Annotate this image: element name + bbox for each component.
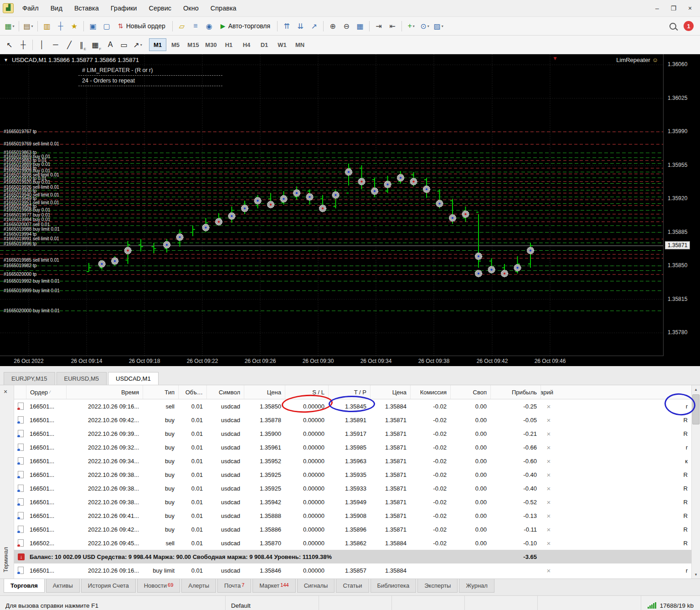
- terminal-tab-история-счета[interactable]: История Счета: [81, 579, 136, 593]
- scrollbar-thumb[interactable]: [692, 394, 700, 424]
- time-axis[interactable]: 26 Oct 202226 Oct 09:1426 Oct 09:1826 Oc…: [0, 356, 664, 366]
- terminal-tab-журнал[interactable]: Журнал: [459, 579, 494, 593]
- report-chart-icon[interactable]: ⇈: [280, 20, 293, 33]
- timeframe-h4[interactable]: H4: [238, 38, 255, 51]
- terminal-tab-эксперты[interactable]: Эксперты: [417, 579, 458, 593]
- price-axis[interactable]: 1.35871 1.360601.360251.359901.359551.35…: [663, 54, 700, 356]
- order-row[interactable]: 166502...2022.10.26 09:45...sell0.01usdc…: [14, 536, 691, 550]
- close-order-icon[interactable]: ×: [540, 567, 557, 574]
- order-row[interactable]: 166501...2022.10.26 09:41...buy0.01usdca…: [14, 509, 691, 522]
- text-label-icon[interactable]: ▭: [117, 38, 131, 52]
- timeframe-m5[interactable]: M5: [167, 38, 184, 51]
- order-row[interactable]: 166501...2022.10.26 09:32...buy0.01usdca…: [14, 440, 691, 454]
- arrows-icon[interactable]: ↗▾: [131, 38, 144, 52]
- column-header-0[interactable]: Ордер∕: [26, 385, 66, 399]
- zoom-out-icon[interactable]: ⊖: [340, 20, 353, 33]
- text-icon[interactable]: A: [103, 38, 117, 52]
- crosshair-icon[interactable]: ┼: [16, 38, 30, 52]
- periods-icon[interactable]: ⊙▾: [418, 20, 432, 33]
- add-indicator-icon[interactable]: +▾: [404, 20, 418, 33]
- close-order-icon[interactable]: ×: [540, 430, 557, 438]
- templates-icon[interactable]: ▨▾: [432, 20, 445, 33]
- column-header-6[interactable]: S / L: [285, 385, 328, 399]
- close-order-icon[interactable]: ×: [540, 526, 557, 533]
- auto-scroll-icon[interactable]: ⇥: [372, 20, 386, 33]
- close-order-icon[interactable]: ×: [540, 416, 557, 424]
- close-order-icon[interactable]: ×: [540, 457, 557, 465]
- restore-button[interactable]: ❐: [665, 2, 682, 15]
- menu-item-2[interactable]: Вставка: [68, 2, 105, 15]
- column-header-3[interactable]: Объ…: [178, 385, 206, 399]
- terminal-tab-статьи[interactable]: Статьи: [336, 579, 369, 593]
- timeframe-w1[interactable]: W1: [273, 38, 291, 51]
- column-header-11[interactable]: Прибыль: [490, 385, 540, 399]
- close-order-icon[interactable]: ×: [540, 512, 557, 520]
- close-order-icon[interactable]: ×: [540, 539, 557, 547]
- menu-item-3[interactable]: Графики: [105, 2, 143, 15]
- eraser-icon[interactable]: ▱: [175, 20, 189, 33]
- column-header-9[interactable]: Комиссия: [410, 385, 450, 399]
- profiles-icon[interactable]: ▤▾: [21, 20, 35, 33]
- timeframe-d1[interactable]: D1: [256, 38, 273, 51]
- pending-order-row[interactable]: 166501...2022.10.26 09:16...buy limit0.0…: [14, 563, 691, 577]
- chart-canvas[interactable]: [0, 54, 664, 356]
- order-row[interactable]: 166501...2022.10.26 09:38...buy0.01usdca…: [14, 481, 691, 495]
- chart-tab-eurjpy-m15[interactable]: EURJPY,M15: [4, 372, 55, 385]
- autotrade-button[interactable]: ▶Авто-торговля: [216, 21, 275, 31]
- order-row[interactable]: 166501...2022.10.26 09:16...sell0.01usdc…: [14, 399, 691, 413]
- close-order-icon[interactable]: ×: [540, 485, 557, 492]
- terminal-close-icon[interactable]: ×: [4, 388, 7, 395]
- terminal-tab-библиотека[interactable]: Библиотека: [371, 579, 417, 593]
- terminal-tab-новости[interactable]: Новости69: [137, 579, 180, 593]
- scroll-to-end-marker[interactable]: ▼: [552, 55, 558, 62]
- balance-chart-icon[interactable]: ⇊: [293, 20, 307, 33]
- close-order-icon[interactable]: ×: [540, 471, 557, 479]
- column-header-8[interactable]: Цена: [370, 385, 410, 399]
- terminal-tab-сигналы[interactable]: Сигналы: [297, 579, 335, 593]
- column-header-7[interactable]: T / P: [328, 385, 370, 399]
- equity-chart-icon[interactable]: ↗: [307, 20, 321, 33]
- web-terminal-icon[interactable]: ◉: [202, 20, 216, 33]
- scroll-down-icon[interactable]: ▾: [692, 570, 700, 579]
- order-row[interactable]: 166501...2022.10.26 09:34...buy0.01usdca…: [14, 454, 691, 468]
- menu-item-4[interactable]: Сервис: [143, 2, 177, 15]
- order-row[interactable]: 166501...2022.10.26 09:39...buy0.01usdca…: [14, 427, 691, 440]
- terminal-tab-почта[interactable]: Почта7: [217, 579, 251, 593]
- chart-dropdown-icon[interactable]: ▼: [4, 57, 8, 62]
- notification-badge[interactable]: 1: [684, 21, 694, 31]
- order-row[interactable]: 166501...2022.10.26 09:42...buy0.01usdca…: [14, 522, 691, 536]
- order-row[interactable]: 166501...2022.10.26 09:38...buy0.01usdca…: [14, 495, 691, 509]
- market-watch-icon[interactable]: ▥: [40, 20, 54, 33]
- vertical-line-icon[interactable]: │: [35, 38, 49, 52]
- chart-shift-icon[interactable]: ⇤: [386, 20, 399, 33]
- terminal-tab-маркет[interactable]: Маркет144: [252, 579, 295, 593]
- scroll-up-icon[interactable]: ▴: [692, 385, 700, 393]
- order-row[interactable]: 166501...2022.10.26 09:42...buy0.01usdca…: [14, 413, 691, 427]
- column-header-2[interactable]: Тип: [143, 385, 178, 399]
- terminal-tab-торговля[interactable]: Торговля: [4, 579, 45, 593]
- terminal-tab-активы[interactable]: Активы: [46, 579, 80, 593]
- close-order-icon[interactable]: ×: [540, 444, 557, 451]
- close-order-icon[interactable]: ×: [540, 403, 557, 410]
- search-icon[interactable]: [669, 23, 676, 30]
- status-profile[interactable]: Default: [226, 596, 319, 610]
- chart-tab-eurusd-m5[interactable]: EURUSD,M5: [57, 372, 107, 385]
- chart-tab-usdcad-m1[interactable]: USDCAD,M1: [108, 372, 159, 385]
- column-header-12[interactable]: Комментарий: [540, 385, 557, 399]
- cursor-icon[interactable]: ↖: [3, 38, 16, 52]
- chart-area[interactable]: ▼ USDCAD,M1 1.35866 1.35877 1.35866 1.35…: [0, 54, 700, 366]
- minimize-button[interactable]: –: [649, 2, 665, 15]
- close-button[interactable]: ×: [682, 2, 698, 15]
- equidistant-channel-icon[interactable]: ∥E: [76, 38, 90, 52]
- terminal-tab-алерты[interactable]: Алерты: [181, 579, 216, 593]
- menu-item-5[interactable]: Окно: [177, 2, 205, 15]
- data-window-icon[interactable]: ┼: [54, 20, 67, 33]
- navigator-icon[interactable]: ★: [67, 20, 81, 33]
- zoom-in-icon[interactable]: ⊕: [326, 20, 340, 33]
- strategy-tester-icon[interactable]: ▢: [100, 20, 113, 33]
- column-header-4[interactable]: Символ: [206, 385, 244, 399]
- depth-of-market-icon[interactable]: ≡: [189, 20, 202, 33]
- timeframe-m15[interactable]: M15: [185, 38, 202, 51]
- column-header-10[interactable]: Своп: [450, 385, 490, 399]
- terminal-scrollbar[interactable]: ▴ ▾: [691, 385, 700, 579]
